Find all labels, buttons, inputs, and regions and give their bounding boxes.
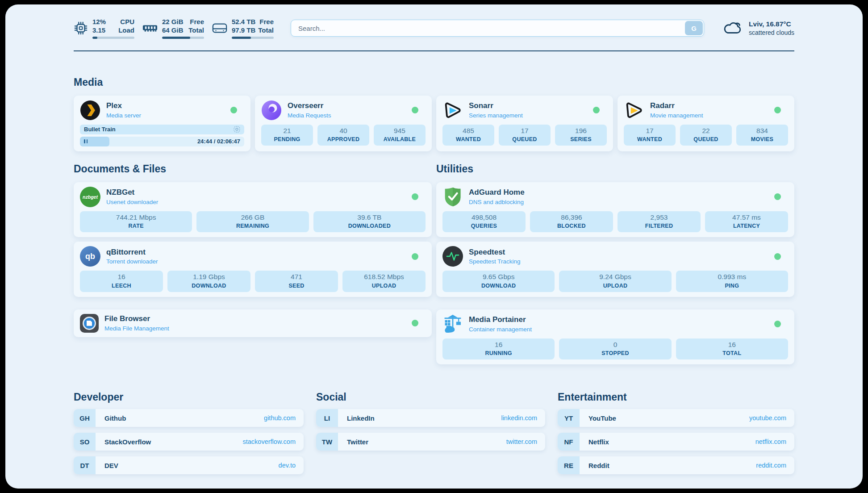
app-card-overseerr[interactable]: Overseerr Media Requests 21PENDING 40APP…	[255, 96, 432, 151]
app-name: AdGuard Home	[469, 188, 525, 197]
stat-label: QUEUED	[682, 136, 730, 143]
status-dot	[774, 107, 781, 113]
stat-pill: 40APPROVED	[317, 125, 369, 146]
now-playing-row: Bullet Train	[80, 125, 244, 134]
stat-value: 39.6 TB	[315, 213, 424, 222]
weather-widget: Lviv, 16.87°C scattered clouds	[722, 19, 794, 38]
stat-value: 47.57 ms	[707, 213, 786, 222]
link-name: DEV	[104, 462, 118, 469]
link-row-stackoverflow[interactable]: SO StackOverflow stackoverflow.com	[74, 433, 304, 451]
app-card-nzbget[interactable]: nzbget NZBGet Usenet downloader 744.21 M…	[74, 182, 432, 238]
app-card-radarr[interactable]: Radarr Movie management 17WANTED 22QUEUE…	[618, 96, 794, 151]
stat-pill: 266 GBREMAINING	[196, 211, 309, 233]
app-subtitle: Container management	[469, 326, 532, 333]
link-abbr: LI	[316, 409, 338, 427]
cpu-load-label: Load	[118, 26, 134, 35]
stat-label: REMAINING	[198, 223, 307, 230]
cpu-icon	[74, 21, 88, 35]
speedtest-icon	[442, 246, 463, 267]
app-name: Media Portainer	[469, 315, 532, 324]
app-name: qBittorrent	[106, 248, 158, 257]
app-name: Plex	[106, 101, 141, 110]
stat-pill: 9.24 GbpsUPLOAD	[559, 271, 671, 292]
pause-icon	[84, 139, 85, 143]
app-subtitle: Series management	[469, 112, 523, 119]
cpu-load-value: 3.15	[92, 26, 105, 35]
app-card-sonarr[interactable]: Sonarr Series management 485WANTED 17QUE…	[436, 96, 613, 151]
link-row-twitter[interactable]: TW Twitter twitter.com	[316, 433, 545, 451]
app-card-plex[interactable]: Plex Media server Bullet Train	[74, 96, 250, 151]
app-subtitle: Media Requests	[288, 112, 331, 119]
app-card-filebrowser[interactable]: File Browser Media File Management	[74, 309, 432, 337]
app-card-qbittorrent[interactable]: qb qBittorrent Torrent downloader 16LEEC…	[74, 242, 432, 297]
stat-label: MOVIES	[738, 136, 786, 143]
stat-pill: 0STOPPED	[559, 338, 671, 360]
search-input[interactable]	[291, 20, 704, 37]
app-card-portainer[interactable]: Media Portainer Container management 16R…	[436, 309, 794, 365]
stat-pill: 47.57 msLATENCY	[705, 211, 788, 233]
stat-label: RUNNING	[444, 350, 553, 357]
link-row-linkedin[interactable]: LI LinkedIn linkedin.com	[316, 409, 545, 427]
status-dot	[774, 253, 781, 260]
disk-free-label: Free	[259, 18, 274, 26]
search-bar: G	[291, 20, 704, 37]
stat-pill: 1.19 GbpsDOWNLOAD	[167, 271, 250, 292]
stat-pill: 16LEECH	[80, 271, 163, 292]
stat-pill: 744.21 MbpsRATE	[80, 211, 192, 233]
stat-label: QUEUED	[501, 136, 549, 143]
stat-value: 21	[263, 127, 311, 135]
link-row-netflix[interactable]: NF Netflix netflix.com	[558, 433, 794, 451]
stat-label: WANTED	[444, 136, 492, 143]
link-abbr: NF	[558, 433, 580, 451]
status-dot	[774, 193, 781, 200]
stat-pill: 16TOTAL	[676, 338, 788, 360]
section-title-documents: Documents & Files	[74, 163, 432, 175]
stat-label: SEED	[257, 283, 336, 289]
ram-icon	[142, 23, 158, 33]
stat-pill: 196SERIES	[555, 125, 607, 146]
disk-total-value: 97.9 TB	[232, 26, 255, 35]
app-card-adguard[interactable]: AdGuard Home DNS and adblocking 498,508Q…	[436, 182, 794, 238]
stat-label: WANTED	[626, 136, 674, 143]
app-name: Sonarr	[469, 101, 523, 110]
search-engine-button[interactable]: G	[685, 21, 703, 35]
stat-value: 744.21 Mbps	[82, 213, 190, 222]
stat-label: LATENCY	[707, 223, 786, 230]
cpu-value: 12%	[92, 18, 106, 26]
stat-pill: 2,953FILTERED	[618, 211, 701, 233]
stat-label: PENDING	[263, 136, 311, 143]
section-title-utilities: Utilities	[436, 163, 794, 175]
stat-pill: 17QUEUED	[499, 125, 551, 146]
status-dot	[593, 107, 600, 113]
link-name: Twitter	[347, 438, 368, 446]
stat-value: 40	[319, 127, 367, 135]
stat-label: PING	[678, 283, 786, 289]
stat-label: DOWNLOADED	[315, 223, 424, 230]
link-url: linkedin.com	[501, 414, 537, 422]
link-row-reddit[interactable]: RE Reddit reddit.com	[558, 456, 794, 474]
app-card-speedtest[interactable]: Speedtest Speedtest Tracking 9.65 GbpsDO…	[436, 242, 794, 297]
status-dot	[412, 253, 418, 260]
link-row-github[interactable]: GH Github github.com	[74, 409, 304, 427]
stat-label: STOPPED	[561, 350, 669, 357]
link-abbr: DT	[74, 456, 96, 474]
link-name: YouTube	[588, 414, 616, 422]
weather-location-temp: Lviv, 16.87°C	[749, 20, 794, 28]
cpu-label: CPU	[120, 18, 134, 26]
cpu-progressbar	[92, 37, 134, 39]
link-row-dev[interactable]: DT DEV dev.to	[74, 456, 304, 474]
session-icon	[234, 126, 240, 133]
section-title-media: Media	[74, 76, 794, 88]
overseerr-icon	[261, 100, 282, 121]
link-url: youtube.com	[749, 414, 786, 422]
stat-value: 0	[561, 341, 669, 349]
link-row-youtube[interactable]: YT YouTube youtube.com	[558, 409, 794, 427]
stat-pill: 16RUNNING	[442, 338, 555, 360]
stat-value: 0.993 ms	[678, 273, 786, 281]
stat-label: BLOCKED	[532, 223, 611, 230]
stat-value: 16	[444, 341, 553, 349]
stat-pill: 17WANTED	[624, 125, 676, 146]
status-dot	[774, 321, 781, 327]
link-name: Reddit	[588, 462, 609, 469]
stat-pill: 21PENDING	[261, 125, 313, 146]
